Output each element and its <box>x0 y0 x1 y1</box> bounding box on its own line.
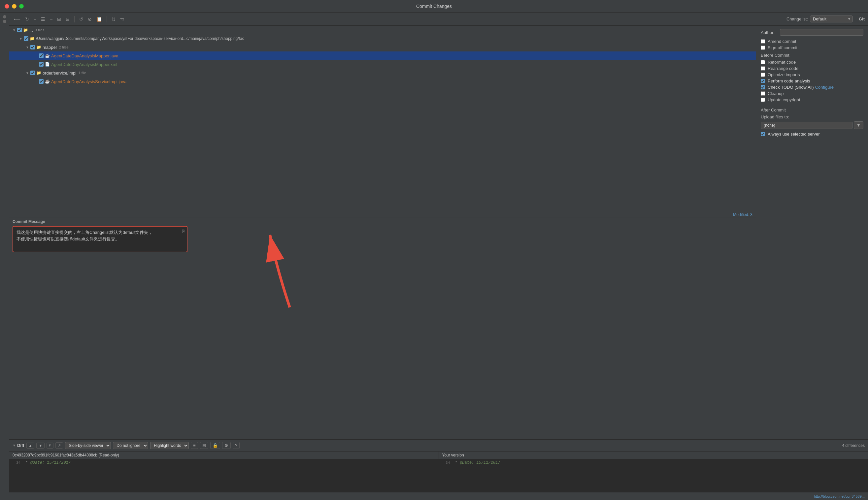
tree-file2-row[interactable]: 📄 AgentDateDayAnalysisMapper.xml <box>9 60 756 69</box>
tree-mapper-row[interactable]: ▼ 📁 mapper 2 files <box>9 43 756 52</box>
optimize-row: Optimize imports <box>761 72 864 77</box>
upload-select[interactable]: (none) <box>761 122 853 129</box>
diff-sync-btn[interactable]: ≡ <box>191 442 198 449</box>
diff-toolbar: ▼ Diff ▲ ▼ ⎘ ↗ Side-by-side viewer Do no… <box>9 440 868 452</box>
diff-settings-btn[interactable]: ⚙ <box>222 442 231 449</box>
xml-file-icon: 📄 <box>45 62 50 67</box>
java-file3-icon: ☕ <box>45 79 50 84</box>
cleanup-row: Cleanup <box>761 91 864 96</box>
diff-left-line: 34 * @Date: 15/11/2017 <box>12 461 435 465</box>
modified-label: Modified: 3 <box>9 211 756 217</box>
commit-msg-line1: 我这是使用快捷键直接提交的，右上角Changelist默认为default文件夹… <box>16 229 183 236</box>
author-input[interactable] <box>780 29 864 36</box>
toolbar-minus-btn[interactable]: − <box>48 16 54 22</box>
toolbar-redo-btn[interactable]: ⊘ <box>87 16 93 22</box>
tree-file3-row[interactable]: ☕ AgentDateDayAnalysisServiceImpl.java <box>9 77 756 86</box>
java-file-icon: ☕ <box>45 54 50 58</box>
toolbar-undo-btn[interactable]: ↺ <box>78 16 85 22</box>
right-panel: Author: Amend commit Sign-off commit Bef… <box>756 26 868 439</box>
maximize-button[interactable] <box>19 4 24 9</box>
toolbar-back-btn[interactable]: ⟵ <box>12 16 22 22</box>
optimize-checkbox[interactable] <box>761 72 765 77</box>
cleanup-label: Cleanup <box>768 91 783 96</box>
perform-analysis-checkbox[interactable] <box>761 79 765 83</box>
update-copyright-row: Update copyright <box>761 97 864 102</box>
file1-checkbox[interactable] <box>39 54 44 58</box>
toolbar-separator-2 <box>107 16 107 22</box>
tree-order-row[interactable]: ▼ 📁 order/service/impl 1 file <box>9 69 756 77</box>
close-button[interactable] <box>4 4 9 9</box>
file1-label: AgentDateDayAnalysisMapper.java <box>51 54 119 58</box>
diff-left-file: 0c4932087d9bc891fc91601fac843a5db44008cb… <box>12 453 119 457</box>
titlebar: Commit Changes <box>0 0 868 12</box>
titlebar-controls <box>4 4 24 9</box>
amend-commit-checkbox[interactable] <box>761 39 765 44</box>
commit-msg-icon-btn[interactable]: ⎘ <box>182 229 185 234</box>
changelist-dropdown[interactable]: Default <box>810 15 853 22</box>
rearrange-checkbox[interactable] <box>761 66 765 71</box>
configure-link[interactable]: Configure <box>815 85 834 90</box>
toolbar-refresh-btn[interactable]: ↻ <box>24 16 30 22</box>
minimize-button[interactable] <box>12 4 16 9</box>
diff-viewer-dropdown[interactable]: Side-by-side viewer <box>65 442 111 449</box>
diff-right-line: 34 * @Date: 15/11/2017 <box>442 461 865 465</box>
diff-help-btn[interactable]: ? <box>233 442 240 449</box>
author-label: Author: <box>761 30 777 35</box>
diff-copy-btn[interactable]: ⎘ <box>46 443 54 448</box>
diff-left-header: 0c4932087d9bc891fc91601fac843a5db44008cb… <box>9 452 439 459</box>
diff-expand-icon[interactable]: ▼ <box>12 444 16 447</box>
diff-lock-btn[interactable]: 🔒 <box>210 442 220 449</box>
diff-up-btn[interactable]: ▲ <box>26 443 35 448</box>
commit-message-section: Commit Message 我这是使用快捷键直接提交的，右上角Changeli… <box>9 217 756 254</box>
toolbar-commit-btn[interactable]: 📋 <box>95 16 103 22</box>
left-content: ▼ 📁 ... 3 files ▼ 📁 /Users/wangjun/Docum… <box>9 26 756 439</box>
file-tree: ▼ 📁 ... 3 files ▼ 📁 /Users/wangjun/Docum… <box>9 26 756 211</box>
tree-path-row[interactable]: ▼ 📁 /Users/wangjun/Documents/companyWork… <box>9 34 756 43</box>
upload-dropdown-btn[interactable]: ▼ <box>854 121 864 129</box>
file3-checkbox[interactable] <box>39 79 44 84</box>
upload-dropdown-row: (none) ▼ <box>761 121 864 129</box>
file3-label: AgentDateDayAnalysisServiceImpl.java <box>51 79 126 84</box>
order-count: 1 file <box>79 71 86 75</box>
file2-checkbox[interactable] <box>39 62 44 67</box>
root-file-count: 3 files <box>35 28 45 32</box>
mapper-checkbox[interactable] <box>30 45 35 49</box>
path-checkbox[interactable] <box>24 36 29 41</box>
diff-columns-btn[interactable]: ⊞ <box>200 442 208 449</box>
root-checkbox[interactable] <box>17 28 22 32</box>
toolbar-split-btn[interactable]: ⊟ <box>64 16 71 22</box>
diff-down-btn[interactable]: ▼ <box>36 443 45 448</box>
mapper-label: mapper <box>43 45 57 50</box>
left-sidebar <box>0 12 9 500</box>
check-todo-checkbox[interactable] <box>761 85 765 89</box>
bottom-url[interactable]: http://blog.csdn.net/qq_34589... <box>814 495 865 498</box>
order-folder-icon: 📁 <box>36 71 41 75</box>
reformat-checkbox[interactable] <box>761 60 765 64</box>
toolbar-add-btn[interactable]: + <box>32 16 37 22</box>
tree-root-row[interactable]: ▼ 📁 ... 3 files <box>9 26 756 34</box>
toolbar: ⟵ ↻ + ☰ − ⊞ ⊟ ↺ ⊘ 📋 ⇅ ⇆ Changelist: Defa… <box>9 12 868 26</box>
commit-message-box[interactable]: 我这是使用快捷键直接提交的，右上角Changelist默认为default文件夹… <box>12 226 188 252</box>
sign-off-checkbox[interactable] <box>761 46 765 50</box>
diff-highlight-dropdown[interactable]: Highlight words <box>150 442 189 449</box>
window-title: Commit Changes <box>416 4 452 9</box>
tree-file1-row[interactable]: ☕ AgentDateDayAnalysisMapper.java <box>9 52 756 60</box>
optimize-label: Optimize imports <box>768 72 800 77</box>
toolbar-layout-btn[interactable]: ⊞ <box>56 16 63 22</box>
toolbar-expand-btn[interactable]: ⇅ <box>110 16 117 22</box>
commit-msg-line2: 不使用快捷键也可以直接选择default文件夹进行提交。 <box>16 236 183 243</box>
diff-right-panel: 34 * @Date: 15/11/2017 <box>439 459 868 492</box>
diff-ignore-dropdown[interactable]: Do not ignore <box>113 442 148 449</box>
always-use-server-checkbox[interactable] <box>761 132 765 136</box>
always-use-server-row: Always use selected server <box>761 132 864 137</box>
toolbar-list-btn[interactable]: ☰ <box>40 16 46 22</box>
after-commit-section: After Commit Upload files to: (none) ▼ A… <box>761 107 864 137</box>
expand-order-icon: ▼ <box>26 71 29 75</box>
order-checkbox[interactable] <box>30 71 35 75</box>
diff-differences-label: 4 differences <box>842 443 865 448</box>
path-suffix: -service-ord...c/main/java/com/ph/shoppi… <box>163 36 244 41</box>
toolbar-filter-btn[interactable]: ⇆ <box>119 16 125 22</box>
cleanup-checkbox[interactable] <box>761 91 765 96</box>
diff-export-btn[interactable]: ↗ <box>55 442 63 448</box>
update-copyright-checkbox[interactable] <box>761 98 765 102</box>
